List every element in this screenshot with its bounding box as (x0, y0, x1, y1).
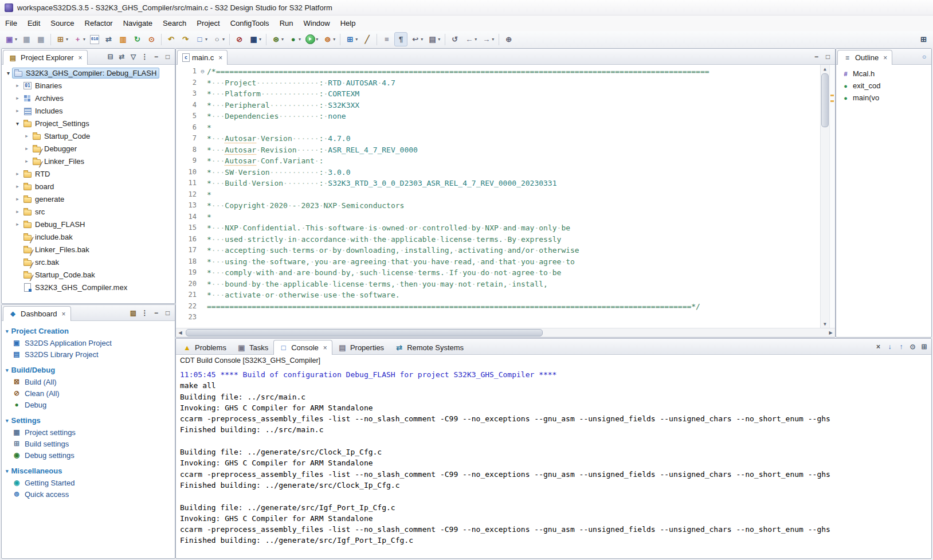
menu-search[interactable]: Search (158, 16, 191, 30)
menu-edit[interactable]: Edit (22, 16, 45, 30)
scroll-down-icon[interactable]: ↓ (884, 342, 895, 352)
console-output[interactable]: 11:05:45 **** Build of configuration Deb… (176, 368, 931, 558)
dropdown-arrow-icon[interactable]: ▾ (205, 37, 207, 42)
dashboard-link-project-settings[interactable]: ▦Project settings (5, 426, 172, 438)
dashboard-link-s32ds-application-project[interactable]: ▣S32DS Application Project (5, 337, 172, 348)
dropdown-arrow-icon[interactable]: ▾ (66, 37, 68, 42)
editor-horizontal-scrollbar[interactable]: ◀ ▶ (176, 328, 835, 337)
pin-console-icon[interactable]: ⊙ (907, 342, 918, 352)
dashboard-section-header[interactable]: ▾Project Creation (5, 325, 172, 337)
block-selection-button[interactable]: ▤▾ (426, 32, 442, 46)
tree-item[interactable]: ▾S32K3_GHS_Compiler: Debug_FLASH (2, 66, 175, 79)
customize-dashboard-icon[interactable]: ▨ (128, 308, 139, 318)
minimize-icon[interactable]: − (151, 52, 162, 62)
filter-icon[interactable]: ▽ (128, 52, 139, 62)
clear-console-icon[interactable]: × (873, 342, 884, 352)
debug-button[interactable]: ●▾ (287, 32, 303, 46)
tab-outline[interactable]: ≡ Outline × (837, 50, 892, 65)
tree-item[interactable]: ▸Archives (2, 92, 175, 104)
undo-button[interactable]: ↶ (164, 32, 178, 46)
menu-project[interactable]: Project (191, 16, 225, 30)
dropdown-arrow-icon[interactable]: ▾ (222, 37, 225, 42)
scrollbar-thumb[interactable] (821, 73, 829, 127)
refresh-index-button[interactable]: ↻ (131, 32, 144, 46)
binary-calculator-button[interactable]: 010 (88, 32, 101, 46)
tree-item[interactable]: ╱include.bak (2, 230, 175, 243)
editor-vertical-scrollbar[interactable]: ▲ ▼ (820, 65, 829, 328)
tree-item[interactable]: ▸generate (2, 193, 175, 205)
minimize-icon[interactable]: − (151, 308, 162, 318)
open-perspective-button[interactable]: ⊞ (917, 32, 930, 46)
dropdown-arrow-icon[interactable]: ▾ (83, 37, 85, 42)
config-tools-button[interactable]: ▦▾ (247, 32, 263, 46)
external-tools-button[interactable]: ⊛▾ (269, 32, 285, 46)
menu-window[interactable]: Window (298, 16, 335, 30)
twistie-icon[interactable]: ▸ (13, 209, 22, 214)
flash-programmer-button[interactable]: ⊘ (233, 32, 246, 46)
tree-item[interactable]: ▸RTD (2, 167, 175, 180)
close-icon[interactable]: × (218, 54, 222, 61)
twistie-icon[interactable]: ▾ (4, 70, 13, 76)
twistie-icon[interactable]: ▸ (22, 133, 31, 139)
scroll-up-icon[interactable]: ↑ (896, 342, 907, 352)
dropdown-arrow-icon[interactable]: ▾ (438, 37, 440, 42)
scroll-down-arrow-icon[interactable]: ▼ (821, 320, 829, 328)
close-icon[interactable]: × (883, 54, 887, 61)
tree-item[interactable]: ▸╱Linker_Files (2, 155, 175, 167)
scroll-up-arrow-icon[interactable]: ▲ (821, 65, 829, 73)
dropdown-arrow-icon[interactable]: ▾ (15, 37, 17, 42)
dashboard-section-header[interactable]: ▾Miscellaneous (5, 465, 172, 477)
dashboard-link-getting-started[interactable]: ◉Getting Started (5, 477, 172, 488)
redo-button[interactable]: ↷ (179, 32, 192, 46)
tab-remote-systems[interactable]: ⇄Remote Systems (389, 340, 469, 354)
dashboard-link-quick-access[interactable]: ⊚Quick access (5, 488, 172, 500)
forward-button[interactable]: →▾ (480, 32, 496, 46)
make-targets-button[interactable]: ▥ (116, 32, 130, 46)
new-c-cpp-button[interactable]: +▾ (71, 32, 87, 46)
twistie-icon[interactable]: ▸ (22, 158, 31, 164)
dashboard-link-clean-all[interactable]: ⊘Clean (All) (5, 387, 172, 399)
tab-console[interactable]: □Console× (273, 340, 332, 355)
twistie-icon[interactable]: ▸ (13, 221, 22, 227)
tab-properties[interactable]: ▤Properties (332, 340, 389, 354)
close-icon[interactable]: × (323, 344, 327, 351)
open-console-view-icon[interactable]: ⊞ (919, 342, 930, 352)
dashboard-section-header[interactable]: ▾Settings (5, 414, 172, 426)
menu-run[interactable]: Run (275, 16, 299, 30)
last-edit-location-button[interactable]: ↺ (448, 32, 461, 46)
view-menu-icon[interactable]: ⋮ (139, 52, 150, 62)
save-all-button[interactable]: ▩ (34, 32, 48, 46)
tree-item[interactable]: ▸Debug_FLASH (2, 218, 175, 230)
coverage-button[interactable]: ⊚▾ (321, 32, 337, 46)
tree-item[interactable]: ▸src (2, 205, 175, 218)
save-button[interactable]: ▦ (20, 32, 33, 46)
tree-item[interactable]: ▸Startup_Code (2, 130, 175, 142)
outline-item-mcal-h[interactable]: #Mcal.h (837, 68, 930, 80)
dropdown-arrow-icon[interactable]: ▾ (333, 37, 335, 42)
toggle-source-header-button[interactable]: ⇄ (102, 32, 115, 46)
tree-item[interactable]: S32K3_GHS_Compiler.mex (2, 281, 175, 293)
dropdown-arrow-icon[interactable]: ▾ (299, 37, 301, 42)
twistie-icon[interactable]: ▸ (22, 146, 31, 151)
scroll-left-arrow-icon[interactable]: ◀ (176, 329, 185, 337)
dashboard-link-debug[interactable]: ●Debug (5, 399, 172, 410)
overview-ruler[interactable] (829, 65, 835, 328)
menu-source[interactable]: Source (45, 16, 79, 30)
run-button[interactable]: ▾ (304, 32, 320, 46)
menu-configtools[interactable]: ConfigTools (225, 16, 275, 30)
maximize-icon[interactable]: □ (162, 308, 173, 318)
menu-refactor[interactable]: Refactor (80, 16, 118, 30)
tab-tasks[interactable]: ▣Tasks (232, 340, 273, 354)
menu-file[interactable]: File (0, 16, 22, 30)
close-icon[interactable]: × (62, 311, 66, 318)
new-button[interactable]: ▣▾ (3, 32, 19, 46)
link-with-editor-icon[interactable]: ⇄ (116, 52, 127, 62)
fold-collapse-icon[interactable]: ⊖ (198, 66, 207, 77)
maximize-icon[interactable]: □ (162, 52, 173, 62)
search-button[interactable]: ○▾ (210, 32, 226, 46)
scrollbar-thumb[interactable] (186, 329, 543, 336)
outline-item-main-vo[interactable]: ●main(vo (837, 92, 930, 104)
format-button[interactable]: ≡ (380, 32, 393, 46)
twistie-icon[interactable]: ▸ (13, 196, 22, 202)
dashboard-link-build-settings[interactable]: ⊞Build settings (5, 438, 172, 449)
